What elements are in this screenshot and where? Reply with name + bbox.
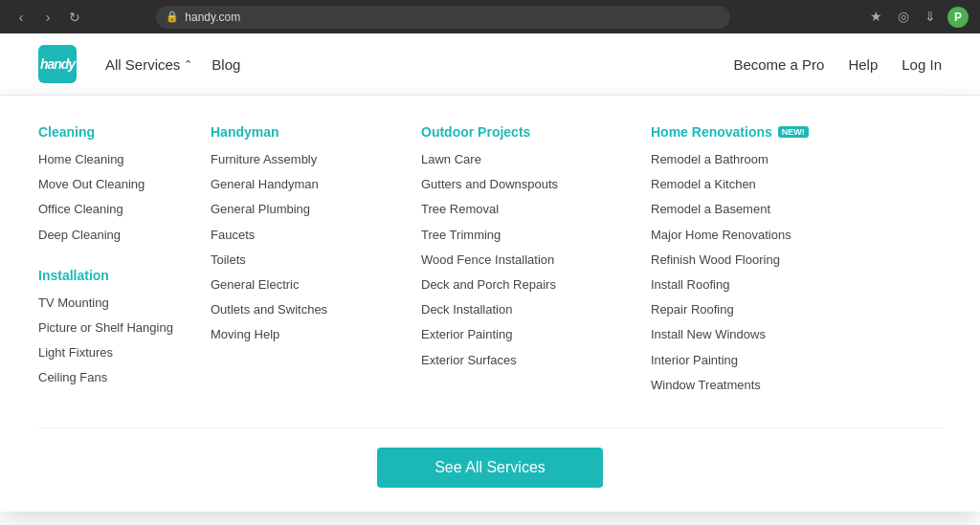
outdoor-title: Outdoor Projects bbox=[421, 124, 632, 140]
reno-window-treatments[interactable]: Window Treatments bbox=[651, 377, 890, 394]
reno-basement[interactable]: Remodel a Basement bbox=[651, 201, 890, 218]
handyman-electric[interactable]: General Electric bbox=[211, 276, 402, 294]
installation-title: Installation bbox=[38, 268, 191, 283]
dropdown-grid: Cleaning Home Cleaning Move Out Cleaning… bbox=[38, 124, 942, 418]
outdoor-deck-porch[interactable]: Deck and Porch Repairs bbox=[421, 276, 632, 294]
reno-roofing-repair[interactable]: Repair Roofing bbox=[651, 301, 890, 318]
nav-all-services[interactable]: All Services ⌃ bbox=[105, 56, 192, 73]
renovations-title: Home Renovations NEW! bbox=[651, 124, 890, 140]
handyman-plumbing[interactable]: General Plumbing bbox=[211, 201, 402, 218]
outdoor-tree-removal[interactable]: Tree Removal bbox=[421, 201, 632, 218]
reno-kitchen[interactable]: Remodel a Kitchen bbox=[651, 176, 890, 193]
back-button[interactable]: ‹ bbox=[11, 8, 31, 27]
url-bar[interactable]: 🔒 handy.com bbox=[156, 6, 730, 29]
cleaning-home[interactable]: Home Cleaning bbox=[38, 151, 191, 168]
installation-category: Installation TV Mounting Picture or Shel… bbox=[38, 268, 191, 387]
new-badge: NEW! bbox=[778, 126, 809, 138]
nav-login[interactable]: Log In bbox=[902, 56, 942, 73]
install-picture[interactable]: Picture or Shelf Hanging bbox=[38, 319, 191, 337]
star-button[interactable]: ★ bbox=[867, 7, 886, 26]
reno-roofing-install[interactable]: Install Roofing bbox=[651, 276, 890, 294]
url-text: handy.com bbox=[185, 11, 240, 24]
handyman-toilets[interactable]: Toilets bbox=[211, 252, 402, 269]
cleaning-deep[interactable]: Deep Cleaning bbox=[38, 227, 191, 244]
handyman-furniture[interactable]: Furniture Assembly bbox=[211, 151, 402, 168]
dropdown-column-cleaning: Cleaning Home Cleaning Move Out Cleaning… bbox=[38, 124, 191, 418]
nav-right: Become a Pro Help Log In bbox=[733, 56, 942, 73]
nav-blog[interactable]: Blog bbox=[212, 56, 240, 73]
outdoor-category: Outdoor Projects Lawn Care Gutters and D… bbox=[421, 124, 632, 369]
handyman-moving[interactable]: Moving Help bbox=[211, 326, 402, 343]
handyman-title: Handyman bbox=[211, 124, 402, 140]
outdoor-fence[interactable]: Wood Fence Installation bbox=[421, 252, 632, 269]
outdoor-exterior-surface[interactable]: Exterior Surfaces bbox=[421, 352, 632, 369]
handyman-outlets[interactable]: Outlets and Switches bbox=[211, 301, 402, 318]
install-tv[interactable]: TV Mounting bbox=[38, 295, 191, 312]
cleaning-move-out[interactable]: Move Out Cleaning bbox=[38, 176, 191, 193]
browser-chrome: ‹ › ↻ 🔒 handy.com ★ ◎ ⇓ P bbox=[0, 0, 980, 33]
download-button[interactable]: ⇓ bbox=[921, 7, 940, 26]
reno-major[interactable]: Major Home Renovations bbox=[651, 227, 890, 244]
browser-actions: ★ ◎ ⇓ P bbox=[867, 7, 969, 28]
install-lights[interactable]: Light Fixtures bbox=[38, 344, 191, 361]
handyman-general[interactable]: General Handyman bbox=[211, 176, 402, 193]
cleaning-title: Cleaning bbox=[38, 124, 191, 140]
dropdown-column-renovations: Home Renovations NEW! Remodel a Bathroom… bbox=[651, 124, 890, 418]
chevron-down-icon: ⌃ bbox=[184, 58, 192, 71]
services-dropdown: Cleaning Home Cleaning Move Out Cleaning… bbox=[0, 96, 980, 512]
logo-box: handy bbox=[38, 45, 77, 83]
see-all-services-button[interactable]: See All Services bbox=[377, 448, 603, 488]
dropdown-column-handyman: Handyman Furniture Assembly General Hand… bbox=[211, 124, 402, 418]
forward-button[interactable]: › bbox=[38, 8, 57, 27]
lock-icon: 🔒 bbox=[166, 11, 179, 23]
reno-flooring[interactable]: Refinish Wood Flooring bbox=[651, 252, 890, 269]
reno-interior-paint[interactable]: Interior Painting bbox=[651, 352, 890, 369]
cleaning-category: Cleaning Home Cleaning Move Out Cleaning… bbox=[38, 124, 191, 244]
outdoor-exterior-paint[interactable]: Exterior Painting bbox=[421, 326, 632, 343]
cleaning-office[interactable]: Office Cleaning bbox=[38, 201, 191, 218]
profile-avatar[interactable]: P bbox=[947, 7, 969, 28]
outdoor-gutters[interactable]: Gutters and Downspouts bbox=[421, 176, 632, 193]
outdoor-deck-install[interactable]: Deck Installation bbox=[421, 301, 632, 318]
reno-windows[interactable]: Install New Windows bbox=[651, 326, 890, 343]
logo[interactable]: handy bbox=[38, 45, 77, 83]
site-header: handy All Services ⌃ Blog Become a Pro H… bbox=[0, 33, 980, 96]
handyman-faucets[interactable]: Faucets bbox=[211, 227, 402, 244]
nav-help[interactable]: Help bbox=[848, 56, 878, 73]
main-nav: All Services ⌃ Blog bbox=[105, 56, 733, 73]
refresh-button[interactable]: ↻ bbox=[65, 8, 84, 27]
install-fans[interactable]: Ceiling Fans bbox=[38, 369, 191, 386]
handyman-category: Handyman Furniture Assembly General Hand… bbox=[211, 124, 402, 344]
renovations-category: Home Renovations NEW! Remodel a Bathroom… bbox=[651, 124, 890, 394]
dropdown-footer: See All Services bbox=[38, 427, 942, 488]
nav-become-pro[interactable]: Become a Pro bbox=[733, 56, 824, 73]
reno-bathroom[interactable]: Remodel a Bathroom bbox=[651, 151, 890, 168]
outdoor-tree-trim[interactable]: Tree Trimming bbox=[421, 227, 632, 244]
extensions-button[interactable]: ◎ bbox=[894, 7, 913, 26]
outdoor-lawn[interactable]: Lawn Care bbox=[421, 151, 632, 168]
dropdown-column-outdoor: Outdoor Projects Lawn Care Gutters and D… bbox=[421, 124, 632, 418]
logo-text: handy bbox=[40, 56, 75, 72]
